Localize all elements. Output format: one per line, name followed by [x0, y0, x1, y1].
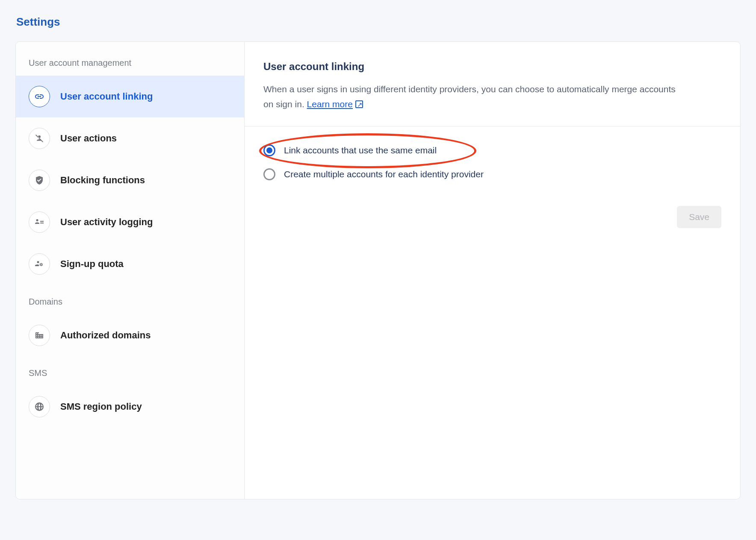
radio-input[interactable] — [263, 144, 275, 156]
user-list-icon — [29, 211, 50, 233]
sidebar-item-label: SMS region policy — [60, 401, 142, 412]
save-button[interactable]: Save — [677, 206, 721, 228]
shield-check-icon — [29, 170, 50, 191]
user-gear-icon — [29, 253, 50, 275]
content-title: User account linking — [263, 61, 721, 73]
external-link-icon — [355, 100, 363, 108]
sidebar-item-label: Blocking functions — [60, 175, 145, 186]
sidebar-item-sign-up-quota[interactable]: Sign-up quota — [16, 243, 244, 285]
link-icon — [29, 86, 50, 107]
sidebar-section-header-domains: Domains — [16, 291, 244, 314]
user-off-icon — [29, 128, 50, 149]
sidebar-item-label: User actions — [60, 133, 117, 144]
sidebar-item-blocking-functions[interactable]: Blocking functions — [16, 159, 244, 201]
sidebar-item-user-actions[interactable]: User actions — [16, 117, 244, 159]
globe-icon — [29, 396, 50, 417]
sidebar: User account management User account lin… — [16, 42, 245, 499]
content-description: When a user signs in using different ide… — [263, 82, 682, 112]
radio-option-multiple-accounts[interactable]: Create multiple accounts for each identi… — [263, 162, 721, 186]
sidebar-item-authorized-domains[interactable]: Authorized domains — [16, 314, 244, 356]
sidebar-item-label: Authorized domains — [60, 330, 151, 341]
sidebar-section-header-account: User account management — [16, 52, 244, 76]
sidebar-item-label: User account linking — [60, 91, 153, 102]
settings-panel: User account management User account lin… — [15, 41, 741, 499]
radio-input[interactable] — [263, 168, 275, 180]
sidebar-item-label: Sign-up quota — [60, 258, 124, 270]
radio-label: Create multiple accounts for each identi… — [284, 169, 484, 179]
sidebar-item-label: User activity logging — [60, 217, 153, 228]
sidebar-item-sms-region-policy[interactable]: SMS region policy — [16, 386, 244, 428]
learn-more-label: Learn more — [307, 97, 353, 112]
sidebar-item-user-activity-logging[interactable]: User activity logging — [16, 201, 244, 243]
radio-options: Link accounts that use the same email Cr… — [263, 138, 721, 186]
sidebar-item-user-account-linking[interactable]: User account linking — [16, 76, 244, 117]
learn-more-link[interactable]: Learn more — [307, 97, 363, 112]
page-title: Settings — [16, 15, 741, 29]
radio-option-link-accounts[interactable]: Link accounts that use the same email — [263, 138, 721, 162]
divider — [245, 126, 740, 126]
content-area: User account linking When a user signs i… — [245, 42, 740, 499]
sidebar-section-header-sms: SMS — [16, 362, 244, 386]
domain-icon — [29, 325, 50, 346]
save-row: Save — [263, 206, 721, 228]
radio-label: Link accounts that use the same email — [284, 145, 437, 156]
